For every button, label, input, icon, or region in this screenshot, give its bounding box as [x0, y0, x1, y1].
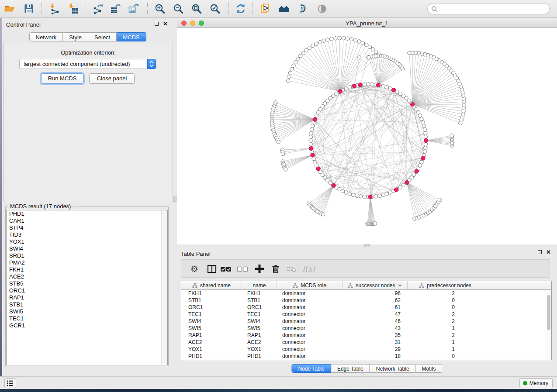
network-node[interactable] [281, 152, 284, 155]
tab-network[interactable]: Network [29, 32, 63, 41]
table-options-gear-icon[interactable]: ⚙ [189, 263, 200, 275]
column-header-successor-nodes[interactable]: successor nodes [343, 281, 408, 289]
table-row[interactable]: TEC1TEC1connector472 [181, 311, 551, 318]
table-row[interactable]: FKH1FKH1dominator962 [181, 290, 551, 297]
network-node[interactable] [420, 160, 423, 164]
network-node[interactable] [284, 168, 287, 171]
network-node[interactable] [363, 83, 366, 86]
network-node[interactable] [378, 194, 381, 197]
network-node[interactable] [381, 193, 385, 196]
network-node[interactable] [374, 50, 378, 54]
network-node[interactable] [361, 41, 364, 45]
network-node[interactable] [304, 48, 308, 52]
function-builder-icon[interactable]: f(x) [302, 263, 317, 275]
network-canvas[interactable] [177, 28, 557, 244]
mcds-hub-node[interactable] [311, 153, 315, 157]
mcds-result-item[interactable]: STB5 [7, 280, 167, 287]
network-node[interactable] [359, 195, 363, 198]
mcds-hub-node[interactable] [415, 169, 419, 173]
network-node[interactable] [346, 37, 349, 40]
mcds-result-item[interactable]: GCR1 [7, 322, 167, 329]
network-node[interactable] [334, 37, 337, 40]
network-node[interactable] [374, 195, 377, 198]
minimize-window-icon[interactable] [190, 21, 195, 26]
close-panel-button[interactable]: Close panel [89, 73, 135, 84]
mcds-hub-node[interactable] [332, 183, 336, 187]
import-network-icon[interactable] [49, 3, 60, 14]
network-node[interactable] [315, 42, 318, 45]
network-node[interactable] [421, 120, 425, 124]
share-network-document-icon[interactable] [259, 3, 271, 14]
network-node[interactable] [349, 38, 353, 41]
network-node[interactable] [299, 54, 302, 58]
run-mcds-button[interactable]: Run MCDS [41, 73, 83, 84]
network-node[interactable] [422, 124, 426, 127]
network-node[interactable] [385, 86, 388, 89]
zoom-in-icon[interactable] [154, 3, 166, 14]
mcds-hub-node[interactable] [309, 146, 313, 150]
network-node[interactable] [353, 38, 357, 42]
show-columns-icon[interactable] [206, 263, 218, 275]
float-panel-icon[interactable] [538, 250, 542, 254]
table-row[interactable]: YOX1YOX1connector291 [181, 346, 551, 353]
delete-column-icon[interactable] [270, 263, 281, 275]
tab-network-table[interactable]: Network Table [370, 364, 416, 373]
network-node[interactable] [309, 135, 312, 138]
network-node[interactable] [309, 139, 312, 142]
network-node[interactable] [348, 86, 351, 89]
column-header-mcds-role[interactable]: MCDS role [277, 281, 343, 289]
network-node[interactable] [373, 222, 377, 225]
status-menu-button[interactable] [4, 378, 16, 388]
network-node[interactable] [368, 45, 371, 48]
maximize-window-icon[interactable] [199, 21, 204, 26]
network-node[interactable] [330, 37, 333, 41]
table-row[interactable]: SWI4SWI4dominator462 [181, 318, 551, 325]
show-details-icon[interactable] [316, 3, 328, 14]
tab-style[interactable]: Style [63, 32, 88, 41]
network-node[interactable] [313, 160, 317, 164]
network-node[interactable] [342, 36, 345, 40]
mcds-result-item[interactable]: SRD1 [7, 252, 167, 259]
network-node[interactable] [424, 146, 427, 150]
delete-table-icon[interactable] [286, 263, 297, 275]
network-node[interactable] [423, 128, 426, 131]
float-panel-icon[interactable] [155, 22, 159, 26]
add-column-icon[interactable] [254, 263, 265, 275]
network-node[interactable] [370, 83, 374, 86]
mcds-result-item[interactable]: CAR1 [7, 217, 167, 224]
export-image-icon[interactable] [128, 3, 139, 14]
mcds-result-item[interactable]: STP4 [7, 224, 167, 231]
mcds-hub-node[interactable] [358, 83, 362, 87]
mcds-hub-node[interactable] [313, 117, 317, 121]
export-table-icon[interactable] [110, 3, 121, 14]
mcds-result-item[interactable]: ACE2 [7, 273, 167, 280]
network-node[interactable] [309, 131, 313, 135]
mcds-result-item[interactable]: PHD1 [7, 210, 167, 217]
close-panel-icon[interactable]: ✕ [163, 21, 168, 26]
network-node[interactable] [311, 124, 314, 127]
table-scrollbar-thumb[interactable] [547, 295, 550, 330]
zoom-selected-icon[interactable] [209, 3, 221, 14]
network-node[interactable] [311, 44, 315, 48]
network-node[interactable] [344, 191, 348, 194]
tab-select[interactable]: Select [88, 32, 117, 41]
column-header-name[interactable]: name [242, 281, 277, 289]
network-node[interactable] [424, 131, 427, 135]
network-node[interactable] [423, 150, 426, 153]
network-node[interactable] [348, 192, 351, 196]
network-node[interactable] [315, 114, 318, 117]
mcds-result-item[interactable]: YOX1 [7, 238, 167, 245]
mcds-hub-node[interactable] [316, 167, 320, 171]
column-header-predecessor-nodes[interactable]: predecessor nodes [408, 281, 483, 289]
tab-edge-table[interactable]: Edge Table [331, 364, 370, 373]
network-node[interactable] [420, 117, 423, 120]
network-node[interactable] [288, 71, 292, 75]
deselect-all-checkboxes-icon[interactable] [237, 263, 248, 275]
tab-node-table[interactable]: Node Table [291, 364, 331, 373]
memory-button[interactable]: Memory [519, 378, 553, 388]
export-network-icon[interactable] [93, 3, 104, 14]
network-node[interactable] [352, 193, 355, 196]
close-panel-icon[interactable]: ✕ [546, 250, 551, 254]
mcds-result-item[interactable]: ORC1 [7, 287, 167, 294]
network-node[interactable] [312, 157, 315, 160]
